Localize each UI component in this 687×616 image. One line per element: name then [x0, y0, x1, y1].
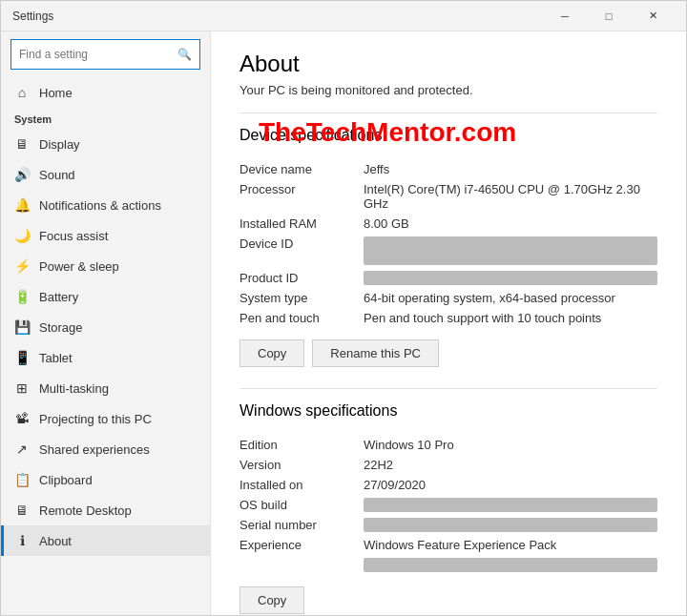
- sidebar-item-remote-label: Remote Desktop: [39, 503, 132, 518]
- sidebar-item-multitasking[interactable]: ⊞ Multi-tasking: [1, 373, 210, 403]
- sidebar: 🔍 ⌂ Home System 🖥 Display 🔊 Sound 🔔 Noti…: [1, 31, 211, 615]
- sidebar-item-notifications-label: Notifications & actions: [39, 198, 161, 213]
- sidebar-item-storage-label: Storage: [39, 320, 83, 335]
- power-icon: ⚡: [14, 258, 30, 274]
- sidebar-item-display-label: Display: [39, 137, 80, 152]
- sidebar-item-tablet-label: Tablet: [39, 351, 73, 365]
- maximize-button[interactable]: □: [587, 1, 631, 31]
- search-box[interactable]: 🔍: [10, 39, 200, 70]
- sidebar-item-multitasking-label: Multi-tasking: [39, 381, 109, 396]
- device-specs-title: Device specifications: [239, 127, 657, 148]
- spec-label-processor: Processor: [239, 182, 364, 211]
- sidebar-item-battery[interactable]: 🔋 Battery: [1, 281, 210, 312]
- sidebar-item-clipboard[interactable]: 📋 Clipboard: [1, 464, 210, 495]
- remote-icon: 🖥: [14, 503, 30, 518]
- spec-row-os-build: OS build ████████.████: [239, 495, 657, 515]
- windows-specs-title: Windows specifications: [239, 402, 657, 423]
- windows-specs-buttons: Copy: [239, 586, 657, 615]
- spec-value-ram: 8.00 GB: [364, 216, 657, 231]
- clipboard-icon: 📋: [14, 472, 30, 487]
- spec-label-os-build: OS build: [239, 498, 364, 512]
- spec-row-experience: Experience Windows Feature Experience Pa…: [239, 535, 657, 555]
- spec-value-version: 22H2: [364, 458, 657, 472]
- storage-icon: 💾: [14, 319, 30, 335]
- sidebar-item-notifications[interactable]: 🔔 Notifications & actions: [1, 190, 210, 220]
- spec-value-edition: Windows 10 Pro: [364, 438, 657, 452]
- spec-row-system-type: System type 64-bit operating system, x64…: [239, 288, 657, 308]
- spec-label-edition: Edition: [239, 438, 364, 452]
- spec-label-pen-touch: Pen and touch: [239, 311, 364, 325]
- spec-value-device-id: ████████-████-████-████-████████████: [364, 236, 657, 265]
- spec-label-serial: Serial number: [239, 518, 364, 532]
- security-notice: Your PC is being monitored and protected…: [239, 83, 657, 97]
- sidebar-item-power[interactable]: ⚡ Power & sleep: [1, 251, 210, 281]
- spec-label-device-name: Device name: [239, 162, 364, 176]
- spec-value-system-type: 64-bit operating system, x64-based proce…: [364, 291, 657, 305]
- sidebar-item-sound-label: Sound: [39, 168, 75, 182]
- spec-value-experience: Windows Feature Experience Pack: [364, 538, 657, 552]
- spec-row-pen-touch: Pen and touch Pen and touch support with…: [239, 308, 657, 328]
- spec-row-device-name: Device name Jeffs: [239, 159, 657, 179]
- spec-row-ram: Installed RAM 8.00 GB: [239, 214, 657, 234]
- spec-value-product-id: █████-█████-█████-█████: [364, 271, 657, 285]
- spec-label-installed-on: Installed on: [239, 478, 364, 492]
- sidebar-item-shared[interactable]: ↗ Shared experiences: [1, 434, 210, 464]
- nav-section-system: System: [1, 108, 210, 129]
- copy-windows-specs-button[interactable]: Copy: [239, 586, 304, 614]
- spec-label-version: Version: [239, 458, 364, 472]
- spec-row-processor: Processor Intel(R) Core(TM) i7-4650U CPU…: [239, 179, 657, 214]
- spec-value-installed-on: 27/09/2020: [364, 478, 657, 492]
- sidebar-item-home[interactable]: ⌂ Home: [1, 77, 210, 108]
- device-specs-buttons: Copy Rename this PC: [239, 339, 657, 375]
- minimize-button[interactable]: ─: [543, 1, 587, 31]
- sidebar-item-projecting[interactable]: 📽 Projecting to this PC: [1, 403, 210, 434]
- sidebar-item-remote[interactable]: 🖥 Remote Desktop: [1, 495, 210, 525]
- search-input[interactable]: [19, 48, 177, 61]
- spec-value-pen-touch: Pen and touch support with 10 touch poin…: [364, 311, 657, 325]
- spec-row-device-id: Device ID ████████-████-████-████-██████…: [239, 234, 657, 268]
- spec-label-system-type: System type: [239, 291, 364, 305]
- sidebar-item-display[interactable]: 🖥 Display: [1, 129, 210, 159]
- focus-icon: 🌙: [14, 228, 30, 243]
- spec-row-serial: Serial number █████-█████-█████: [239, 515, 657, 535]
- divider-2: [239, 388, 657, 389]
- sidebar-item-tablet[interactable]: 📱 Tablet: [1, 342, 210, 373]
- spec-value-processor: Intel(R) Core(TM) i7-4650U CPU @ 1.70GHz…: [364, 182, 657, 211]
- sidebar-item-battery-label: Battery: [39, 290, 78, 304]
- spec-label-experience: Experience: [239, 538, 364, 552]
- sidebar-item-focus-label: Focus assist: [39, 229, 108, 243]
- spec-row-product-id: Product ID █████-█████-█████-█████: [239, 268, 657, 288]
- spec-label-device-id: Device ID: [239, 236, 364, 265]
- notifications-icon: 🔔: [14, 197, 30, 213]
- about-icon: ℹ: [14, 533, 30, 548]
- spec-row-version: Version 22H2: [239, 455, 657, 475]
- tablet-icon: 📱: [14, 350, 30, 365]
- sidebar-item-focus[interactable]: 🌙 Focus assist: [1, 220, 210, 251]
- spec-row-edition: Edition Windows 10 Pro: [239, 435, 657, 455]
- content-area: 🔍 ⌂ Home System 🖥 Display 🔊 Sound 🔔 Noti…: [1, 31, 686, 615]
- spec-label-ram: Installed RAM: [239, 216, 364, 231]
- windows-specs-table: Edition Windows 10 Pro Version 22H2 Inst…: [239, 435, 657, 575]
- projecting-icon: 📽: [14, 411, 30, 426]
- sidebar-item-home-label: Home: [39, 86, 73, 100]
- sidebar-item-clipboard-label: Clipboard: [39, 473, 93, 487]
- sidebar-item-power-label: Power & sleep: [39, 259, 119, 274]
- sidebar-item-sound[interactable]: 🔊 Sound: [1, 159, 210, 190]
- rename-pc-button[interactable]: Rename this PC: [312, 339, 439, 367]
- titlebar: Settings ─ □ ✕: [1, 1, 686, 31]
- spec-value-os-build: ████████.████: [364, 498, 657, 512]
- search-icon: 🔍: [177, 48, 192, 61]
- copy-device-specs-button[interactable]: Copy: [239, 339, 304, 367]
- sidebar-item-storage[interactable]: 💾 Storage: [1, 312, 210, 342]
- battery-icon: 🔋: [14, 289, 30, 304]
- spec-value-serial: █████-█████-█████: [364, 518, 657, 532]
- divider-1: [239, 113, 657, 113]
- multitasking-icon: ⊞: [14, 380, 30, 396]
- sidebar-item-about[interactable]: ℹ About: [1, 525, 210, 556]
- sidebar-item-about-label: About: [39, 534, 72, 548]
- spec-row-experience-build: ████.████.████: [239, 555, 657, 575]
- close-button[interactable]: ✕: [631, 1, 675, 31]
- titlebar-title: Settings: [12, 10, 543, 23]
- sidebar-item-shared-label: Shared experiences: [39, 442, 150, 457]
- titlebar-controls: ─ □ ✕: [543, 1, 675, 31]
